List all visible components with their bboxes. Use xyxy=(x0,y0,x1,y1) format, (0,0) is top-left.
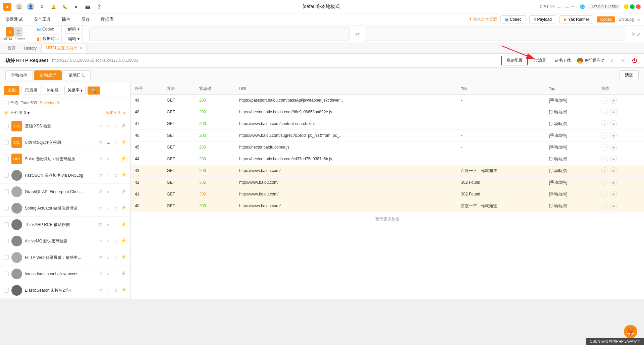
close-btn[interactable]: × xyxy=(636,4,641,9)
plugin-checkbox-spring[interactable] xyxy=(4,206,9,211)
row-action-check[interactable]: ○ xyxy=(601,120,608,127)
enabled-plugins-btn[interactable]: 已启用 xyxy=(21,86,41,95)
data-compare-btn[interactable]: ◧ 数据对比 xyxy=(34,35,62,43)
row-action-add[interactable]: ⊕ xyxy=(610,97,617,104)
shield-icon-activemq[interactable]: 🛡 xyxy=(97,238,103,244)
home-nav-icon[interactable]: 🏠 xyxy=(15,3,23,10)
lightning-icon-thinkphp[interactable]: ⚡ xyxy=(121,221,126,228)
plugin-item-shiro[interactable]: Shiro Shiro 指纹识别＋弱密码检测 🛡 ○ □ ⚡ xyxy=(0,151,130,167)
add-group-icon[interactable]: ⊕ xyxy=(123,111,126,115)
bug-icon[interactable]: 🐛 xyxy=(61,3,68,10)
camera-icon[interactable]: 📷 xyxy=(84,3,91,10)
shield-icon-spring[interactable]: 🛡 xyxy=(97,205,103,212)
copy-icon[interactable]: ⎘ xyxy=(632,32,635,37)
menu-database[interactable]: 数据库 xyxy=(99,15,116,24)
row-action-check[interactable]: ○ xyxy=(601,191,608,197)
plugin-checkbox-thinkphp[interactable] xyxy=(4,222,9,227)
codec-menu-btn[interactable]: ▣ Codec xyxy=(500,15,526,23)
copy-plugin-icon[interactable]: □ xyxy=(113,123,119,129)
plugin-checkbox-xss[interactable] xyxy=(4,124,9,128)
shield-icon-thinkphp[interactable]: 🛡 xyxy=(97,221,103,228)
select-all-checkbox[interactable] xyxy=(4,101,9,105)
menu-plugins[interactable]: 插件 xyxy=(60,15,72,24)
lightning-icon-spring[interactable]: ⚡ xyxy=(121,205,126,212)
row-action-check[interactable]: ○ xyxy=(601,97,608,104)
plugin-checkbox-fastjson[interactable] xyxy=(4,173,9,178)
copy-plugin-icon-fastjson[interactable]: □ xyxy=(113,172,119,179)
info-icon-thinkphp[interactable]: ○ xyxy=(105,221,111,228)
plugin-checkbox-shiro[interactable] xyxy=(4,157,9,161)
plugin-checkbox-graphql[interactable] xyxy=(4,189,9,194)
row-action-add[interactable]: ⊕ xyxy=(610,167,617,174)
info-icon-crossdomain[interactable]: ○ xyxy=(105,271,111,277)
tab-mitm-close[interactable]: × xyxy=(80,46,82,50)
copy-plugin-icon-crossdomain[interactable]: □ xyxy=(113,271,119,277)
shield-icon[interactable]: 🛡 xyxy=(97,123,103,129)
plugin-item-spring[interactable]: Spring Actuator 敏感信息泄漏 🛡 ○ □ ⚡ xyxy=(0,200,130,217)
info-icon-activemq[interactable]: ○ xyxy=(105,238,111,244)
lightning-icon-activemq[interactable]: ⚡ xyxy=(121,238,126,244)
menu-reverse[interactable]: 反连 xyxy=(79,15,92,24)
info-icon-elasticsearch[interactable]: ○ xyxy=(105,287,111,294)
row-action-add[interactable]: ⊕ xyxy=(610,144,617,151)
tab-manual[interactable]: 手动劫持 xyxy=(5,70,33,80)
maximize-btn[interactable]: □ xyxy=(630,4,635,9)
row-action-check[interactable]: ○ xyxy=(601,203,608,209)
payload-menu-btn[interactable]: ≡ Payload xyxy=(529,15,556,23)
cloud-icon[interactable]: ☁ xyxy=(105,139,111,146)
lightning-icon-shiro[interactable]: ⚡ xyxy=(121,156,126,162)
row-action-add[interactable]: ⊕ xyxy=(610,191,617,197)
plugin-checkbox-crossdomain[interactable] xyxy=(4,272,9,276)
rule-config-button[interactable]: 规则配置 xyxy=(501,56,528,65)
row-action-add[interactable]: ⊕ xyxy=(610,179,617,186)
row-action-add[interactable]: ⊕ xyxy=(610,156,617,162)
row-action-add[interactable]: ⊕ xyxy=(610,109,617,115)
menu-pentest[interactable]: 渗透测试 xyxy=(3,15,25,24)
plugin-item-sql[interactable]: SQL 启发式SQL注入检测 🛡 ☁ □ ⚡ xyxy=(0,134,130,151)
table-row[interactable]: 45 GET 200 https://hector.baidu.com/a.js… xyxy=(131,141,644,153)
copy-plugin-icon-sql[interactable]: □ xyxy=(113,139,119,146)
info-icon-graphql[interactable]: ○ xyxy=(105,188,111,195)
cert-download-button[interactable]: 证书下载 xyxy=(552,56,574,65)
tab-auto[interactable]: 自动放行 xyxy=(34,70,62,80)
table-container[interactable]: 序号 方法 状态码 URL Title Tag 操作 49 GET 200 ht xyxy=(131,83,644,299)
copy-plugin-icon-thinkphp[interactable]: □ xyxy=(113,221,119,228)
info-icon[interactable]: ○ xyxy=(105,123,111,129)
copy-plugin-icon-spring[interactable]: □ xyxy=(113,205,119,212)
table-row[interactable]: 42 GET 302 http://www.baidu.com/ 302 Fou… xyxy=(131,177,644,188)
row-action-check[interactable]: ○ xyxy=(601,109,608,115)
info-icon-fastjson[interactable]: ○ xyxy=(105,172,111,179)
hot-load-btn[interactable]: 热加载 xyxy=(43,86,62,95)
copy-plugin-icon-elasticsearch[interactable]: □ xyxy=(113,287,119,294)
table-row[interactable]: 47 GET 200 https://www.baidu.com/content… xyxy=(131,118,644,130)
table-row[interactable]: 48 GET 200 https://hectorstatic.baidu.co… xyxy=(131,106,644,118)
encode-btn[interactable]: 编码 ▾ xyxy=(65,35,83,43)
terminal-icon[interactable]: ▶ xyxy=(72,3,80,10)
notification-icon[interactable]: 🔔 xyxy=(50,3,57,10)
close-config-icon[interactable]: × xyxy=(619,57,627,65)
tab-home[interactable]: 首页 xyxy=(3,44,19,52)
dnslog-btn[interactable]: DNSLog xyxy=(619,17,634,22)
shield-icon-elasticsearch[interactable]: 🛡 xyxy=(97,287,103,294)
config-start-area[interactable]: 免配置启动 xyxy=(577,58,604,64)
search-button[interactable]: 🔍 xyxy=(88,87,100,95)
row-action-add[interactable]: ⊕ xyxy=(610,203,617,209)
expand-icon[interactable]: ≡ xyxy=(637,16,641,23)
plugin-item-crossdomain[interactable]: /crossdomain.xml allow-acces... 🛡 ○ □ ⚡ xyxy=(0,266,130,282)
settings-icon[interactable]: ⚙ xyxy=(38,3,46,10)
keyword-btn[interactable]: 关建字 ▾ xyxy=(64,86,86,95)
left-editor[interactable] xyxy=(89,27,350,41)
plugin-item-xss[interactable]: XSS 基础 XSS 检测 🛡 ○ □ ⚡ xyxy=(0,118,130,134)
import-resources-link[interactable]: ⬆ 导入协作资源 xyxy=(469,16,497,22)
row-action-check[interactable]: ○ xyxy=(601,179,608,186)
decode-btn[interactable]: 解码 ▾ xyxy=(65,25,83,34)
row-action-check[interactable]: ○ xyxy=(601,132,608,139)
minimize-btn[interactable]: — xyxy=(624,4,629,9)
lightning-icon-crossdomain[interactable]: ⚡ xyxy=(121,271,126,277)
shield-icon-shiro[interactable]: 🛡 xyxy=(97,156,103,162)
shield-icon-graphql[interactable]: 🛡 xyxy=(97,188,103,195)
home-icon[interactable]: ▲ xyxy=(3,3,11,11)
plugin-checkbox-elasticsearch[interactable] xyxy=(4,288,9,293)
copy-plugin-icon-shiro[interactable]: □ xyxy=(113,156,119,162)
shield-icon-sql[interactable]: 🛡 xyxy=(97,139,103,146)
